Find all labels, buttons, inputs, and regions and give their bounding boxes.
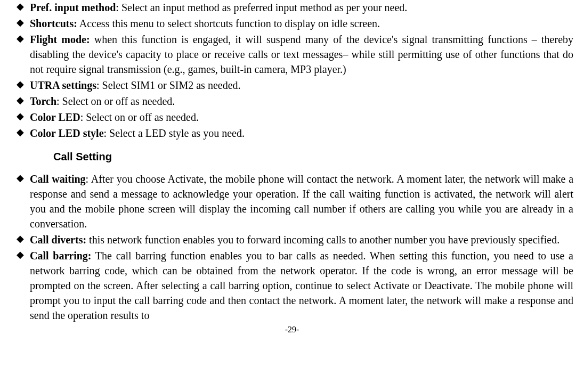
- list-item-separator: :: [116, 2, 121, 13]
- list-item: ◆UTRA settings: Select SIM1 or SIM2 as n…: [11, 78, 573, 93]
- list-item-label: UTRA settings: [30, 79, 96, 91]
- diamond-bullet-icon: ◆: [11, 126, 30, 139]
- list-item-separator: [92, 250, 95, 262]
- list-item: ◆Torch: Select on or off as needed.: [11, 94, 573, 109]
- diamond-bullet-icon: ◆: [11, 172, 30, 185]
- list-item-separator: :: [86, 173, 91, 185]
- list-item-text: Access this menu to select shortcuts fun…: [79, 18, 380, 29]
- list-item: ◆Shortcuts: Access this menu to select s…: [11, 16, 573, 31]
- diamond-bullet-icon: ◆: [11, 32, 30, 45]
- list-item-separator: :: [96, 79, 102, 91]
- list-item-content: Flight mode: when this function is engag…: [30, 32, 573, 77]
- list-item-text: Select on or off as needed.: [62, 95, 175, 107]
- list-item-label: Color LED style: [30, 127, 104, 139]
- diamond-bullet-icon: ◆: [11, 94, 30, 107]
- list-item-separator: :: [104, 127, 110, 139]
- list-item-content: Pref. input method: Select an input meth…: [30, 0, 573, 15]
- list-group-2: ◆Call waiting: After you choose Activate…: [11, 172, 573, 323]
- list-item-text: when this function is engaged, it will s…: [30, 34, 573, 75]
- diamond-bullet-icon: ◆: [11, 110, 30, 123]
- list-item-content: Call barring: The call barring function …: [30, 248, 573, 323]
- list-item-content: Call diverts: this network function enab…: [30, 232, 573, 247]
- list-item-label: Pref. input method: [30, 2, 116, 13]
- list-item-separator: :: [80, 111, 86, 123]
- list-item-label: Flight mode:: [30, 34, 90, 45]
- list-item-label: Call diverts:: [30, 234, 86, 246]
- list-item-content: UTRA settings: Select SIM1 or SIM2 as ne…: [30, 78, 573, 93]
- list-item: ◆Flight mode: when this function is enga…: [11, 32, 573, 77]
- list-item: ◆Call waiting: After you choose Activate…: [11, 172, 573, 231]
- list-item: ◆Call diverts: this network function ena…: [11, 232, 573, 247]
- list-item-text: Select an input method as preferred inpu…: [121, 2, 408, 13]
- list-item-content: Call waiting: After you choose Activate,…: [30, 172, 573, 231]
- diamond-bullet-icon: ◆: [11, 16, 30, 29]
- list-item-content: Shortcuts: Access this menu to select sh…: [30, 16, 573, 31]
- list-item-text: Select on or off as needed.: [86, 111, 199, 123]
- diamond-bullet-icon: ◆: [11, 232, 30, 246]
- diamond-bullet-icon: ◆: [11, 0, 30, 13]
- document-page: ◆Pref. input method: Select an input met…: [11, 0, 573, 336]
- list-item: ◆Color LED: Select on or off as needed.: [11, 110, 573, 125]
- list-item-content: Color LED: Select on or off as needed.: [30, 110, 573, 125]
- list-item-label: Shortcuts:: [30, 18, 77, 29]
- section-heading-call-setting: Call Setting: [53, 149, 573, 164]
- list-item-text: After you choose Activate, the mobile ph…: [30, 173, 573, 230]
- list-item-text: Select SIM1 or SIM2 as needed.: [102, 79, 241, 91]
- list-item-separator: :: [56, 95, 62, 107]
- list-item-label: Color LED: [30, 111, 80, 123]
- list-item-content: Torch: Select on or off as needed.: [30, 94, 573, 109]
- list-item: ◆Color LED style: Select a LED style as …: [11, 126, 573, 141]
- list-item-label: Call barring:: [30, 250, 92, 262]
- list-item-label: Torch: [30, 95, 56, 107]
- list-item-label: Call waiting: [30, 173, 86, 185]
- list-item-content: Color LED style: Select a LED style as y…: [30, 126, 573, 141]
- list-item: ◆Call barring: The call barring function…: [11, 248, 573, 323]
- diamond-bullet-icon: ◆: [11, 248, 30, 262]
- list-item-separator: [90, 34, 94, 45]
- diamond-bullet-icon: ◆: [11, 78, 30, 91]
- list-item-text: The call barring function enables you to…: [30, 250, 573, 321]
- page-number: -29-: [11, 324, 573, 336]
- list-group-1: ◆Pref. input method: Select an input met…: [11, 0, 573, 141]
- list-item-text: Select a LED style as you need.: [109, 127, 245, 139]
- list-item: ◆Pref. input method: Select an input met…: [11, 0, 573, 15]
- list-item-text: this network function enables you to for…: [89, 234, 559, 246]
